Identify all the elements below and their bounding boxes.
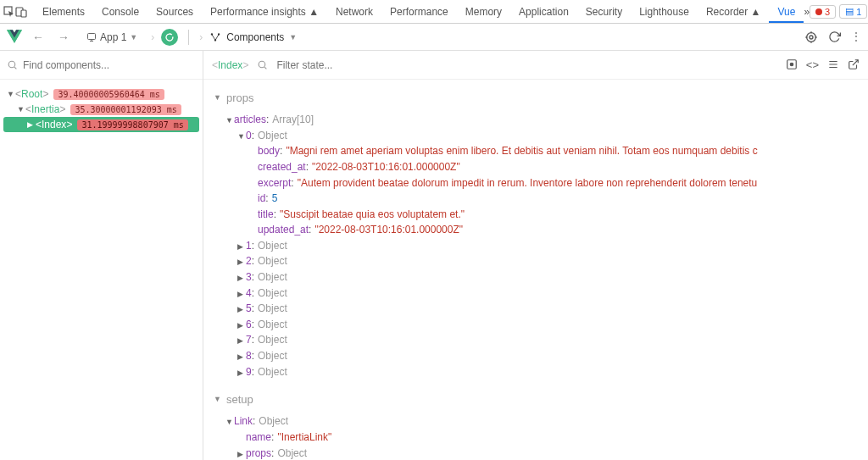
field-excerpt[interactable]: excerpt:"Autem provident beatae dolorum … bbox=[214, 175, 858, 191]
svg-rect-2 bbox=[21, 10, 26, 17]
array-item[interactable]: ▶5:Object bbox=[214, 301, 858, 317]
chevron-separator: › bbox=[151, 31, 154, 43]
search-icon bbox=[257, 59, 268, 70]
array-item[interactable]: ▶4:Object bbox=[214, 285, 858, 302]
svg-point-9 bbox=[810, 36, 813, 39]
field-title[interactable]: title:"Suscipit beatae quia eos voluptat… bbox=[214, 207, 858, 223]
more-tabs-icon[interactable]: » bbox=[804, 2, 810, 22]
tree-row-inertia[interactable]: ▼<Inertia> 35.30000001192093 ms bbox=[3, 102, 199, 117]
comp-name: Root bbox=[21, 88, 42, 100]
svg-point-13 bbox=[790, 63, 793, 66]
tab-security[interactable]: Security bbox=[577, 1, 631, 23]
tab-console[interactable]: Console bbox=[93, 1, 147, 23]
app-selector[interactable]: App 1 ▼ bbox=[80, 28, 144, 47]
timing-badge: 35.30000001192093 ms bbox=[70, 104, 181, 115]
error-badge[interactable]: 3 bbox=[810, 5, 836, 19]
array-item[interactable]: ▶8:Object bbox=[214, 348, 858, 364]
field-updated-at[interactable]: updated_at:"2022-08-03T10:16:01.000000Z" bbox=[214, 222, 858, 238]
show-render-code-icon[interactable]: <> bbox=[806, 58, 819, 71]
component-tree-sidebar: ▼<Root> 39.40000005960464 ms ▼<Inertia> … bbox=[0, 51, 203, 460]
svg-point-8 bbox=[807, 32, 816, 42]
device-toolbar-icon[interactable] bbox=[15, 2, 27, 22]
breadcrumb: <Index> bbox=[212, 59, 248, 71]
inspect-dom-icon[interactable] bbox=[827, 58, 839, 71]
components-label: Components bbox=[226, 31, 284, 43]
tab-network[interactable]: Network bbox=[327, 1, 381, 23]
tab-vue[interactable]: Vue bbox=[769, 1, 804, 23]
search-icon bbox=[7, 59, 18, 70]
section-setup[interactable]: ▼setup bbox=[214, 391, 858, 408]
vue-toolbar: ← → App 1 ▼ › › Components ▼ ⋮ bbox=[0, 24, 868, 51]
setup-link-name[interactable]: name:"InertiaLink" bbox=[214, 430, 858, 446]
tab-application[interactable]: Application bbox=[510, 1, 577, 23]
refresh-icon[interactable] bbox=[828, 30, 841, 44]
array-item[interactable]: ▶2:Object bbox=[214, 253, 858, 269]
details-pane: <Index> <> ▼props ▼articles:Array[10 bbox=[203, 51, 868, 460]
devtools-tab-strip: Elements Console Sources Performance ins… bbox=[0, 0, 868, 24]
comp-name: Index bbox=[42, 119, 66, 130]
refresh-button[interactable] bbox=[161, 29, 178, 46]
timing-badge: 31.19999998807907 ms bbox=[77, 119, 187, 130]
inspect-element-icon[interactable] bbox=[3, 2, 15, 22]
array-item[interactable]: ▶1:Object bbox=[214, 238, 858, 254]
tab-performance[interactable]: Performance bbox=[381, 1, 457, 23]
divider bbox=[188, 30, 189, 45]
comp-name: Inertia bbox=[31, 103, 59, 115]
component-search-input[interactable] bbox=[23, 59, 196, 71]
tab-performance-insights[interactable]: Performance insights ▲ bbox=[202, 1, 327, 23]
details-header-icons: <> bbox=[786, 58, 860, 71]
target-icon[interactable] bbox=[804, 30, 818, 44]
state-filter-input[interactable] bbox=[276, 59, 776, 71]
svg-point-11 bbox=[259, 61, 266, 68]
section-props[interactable]: ▼props bbox=[214, 90, 858, 107]
tab-recorder[interactable]: Recorder ▲ bbox=[698, 1, 770, 23]
field-id[interactable]: id:5 bbox=[214, 191, 858, 207]
more-menu-icon[interactable]: ⋮ bbox=[851, 30, 861, 44]
setup-link-props[interactable]: ▶props:Object bbox=[214, 446, 858, 460]
array-item[interactable]: ▶7:Object bbox=[214, 332, 858, 348]
field-body[interactable]: body:"Magni rem amet aperiam voluptas en… bbox=[214, 143, 858, 159]
array-item[interactable]: ▶6:Object bbox=[214, 317, 858, 333]
prop-articles[interactable]: ▼articles:Array[10] bbox=[214, 112, 858, 128]
svg-point-10 bbox=[8, 61, 15, 68]
tab-elements[interactable]: Elements bbox=[34, 1, 93, 23]
component-tree: ▼<Root> 39.40000005960464 ms ▼<Inertia> … bbox=[0, 80, 203, 139]
details-header: <Index> <> bbox=[203, 51, 868, 80]
tree-row-index[interactable]: ▶<Index> 31.19999998807907 ms bbox=[3, 117, 199, 132]
scroll-to-component-icon[interactable] bbox=[786, 58, 798, 71]
app-label: App 1 bbox=[100, 31, 126, 43]
component-search-row bbox=[0, 51, 203, 80]
array-item[interactable]: ▶3:Object bbox=[214, 269, 858, 285]
array-item[interactable]: ▶9:Object bbox=[214, 364, 858, 380]
timing-badge: 39.40000005960464 ms bbox=[53, 89, 164, 100]
chevron-separator: › bbox=[199, 31, 203, 43]
tab-sources[interactable]: Sources bbox=[147, 1, 202, 23]
forward-arrow-icon[interactable]: → bbox=[54, 27, 73, 47]
message-count: 1 bbox=[856, 7, 861, 17]
back-arrow-icon[interactable]: ← bbox=[29, 27, 47, 47]
svg-rect-4 bbox=[88, 33, 96, 39]
tab-lighthouse[interactable]: Lighthouse bbox=[631, 1, 698, 23]
array-item-0[interactable]: ▼0:Object bbox=[214, 128, 858, 144]
components-inspector-selector[interactable]: Components ▼ bbox=[209, 31, 297, 43]
details-body: ▼props ▼articles:Array[10] ▼0:Object bod… bbox=[203, 80, 868, 460]
message-badge[interactable]: ▤1 bbox=[839, 4, 867, 19]
vue-logo-icon bbox=[7, 30, 22, 45]
tab-memory[interactable]: Memory bbox=[457, 1, 510, 23]
toolbar-right-icons: ⋮ bbox=[804, 30, 861, 44]
field-created-at[interactable]: created_at:"2022-08-03T10:16:01.000000Z" bbox=[214, 159, 858, 175]
error-count: 3 bbox=[825, 7, 830, 17]
open-in-editor-icon[interactable] bbox=[848, 58, 860, 71]
setup-link[interactable]: ▼Link:Object bbox=[214, 413, 858, 430]
tree-row-root[interactable]: ▼<Root> 39.40000005960464 ms bbox=[3, 86, 199, 102]
